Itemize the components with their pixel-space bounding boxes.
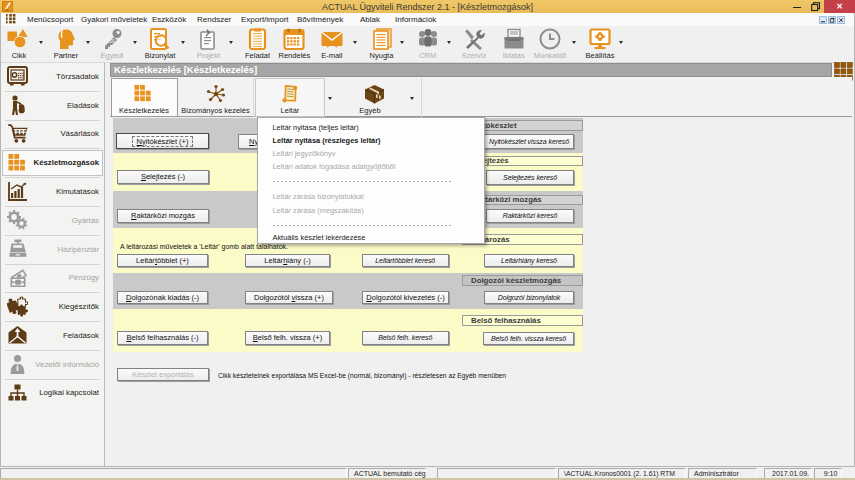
- svg-text:0110: 0110: [104, 39, 115, 44]
